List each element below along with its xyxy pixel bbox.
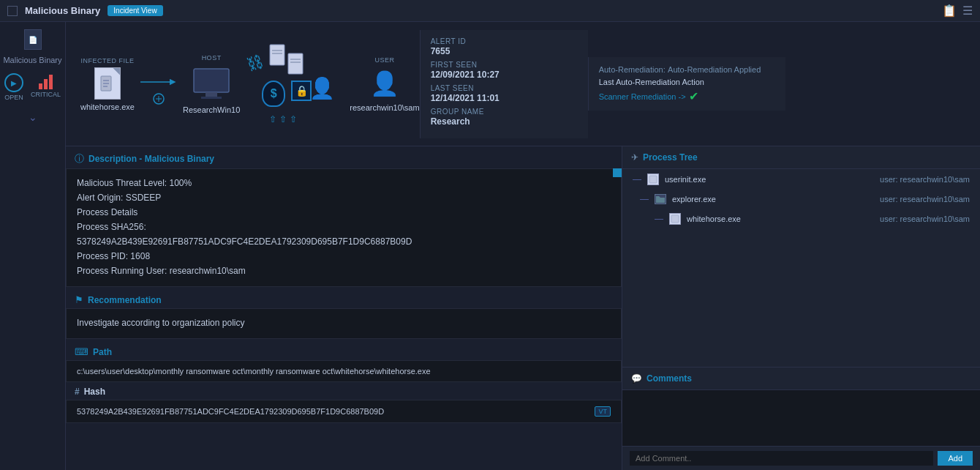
desc-line-6: Process PID: 1608 [77,250,611,263]
comments-header: 💬 Comments [622,368,980,390]
hash-header: # Hash [66,382,622,400]
process-name-explorer: explorer.exe [672,195,753,204]
group-name-value: Research [431,116,578,127]
incident-viz: INFECTED FILE whitehorse.exe [66,22,980,146]
infected-file-label: INFECTED FILE [80,57,134,64]
page-title: Malicious Binary [25,5,100,16]
desc-line-5: 5378249A2B439E92691FB87751ADC9FC4E2DEA17… [77,235,611,248]
file-icon [94,67,121,100]
critical-label: CRITICAL [31,91,61,98]
comments-section: 💬 Comments Add [622,368,980,470]
first-seen-label: FIRST SEEN [431,61,578,69]
tree-node-explorer: — explorer.exe user: researchwin10\sam [622,190,980,209]
host-node: HOST ResearchWin10 [183,54,240,114]
alert-id-value: 7655 [431,46,578,56]
process-icon-whitehorse [669,213,681,225]
host-label: HOST [202,54,222,61]
sidebar-doc-label: Malicious Binary [3,56,61,64]
clipboard-icon[interactable]: 📋 [942,4,957,18]
comments-icon: 💬 [631,373,642,384]
auto-rem-link[interactable]: Scanner Remediation -> ✔ [599,89,775,103]
first-seen-value: 12/09/2021 10:27 [431,70,578,80]
bar-chart-icon [39,73,53,89]
host-name: ResearchWin10 [183,105,240,114]
metric-open: ▶ OPEN [4,73,23,101]
process-tree-icon: ✈ [631,152,638,163]
process-name-userinit: userinit.exe [665,175,745,184]
tree-dash-3: — [655,214,663,224]
svg-rect-17 [649,176,657,183]
path-title: Path [93,347,112,357]
folder-icon-explorer [655,194,666,204]
infected-file-name: whitehorse.exe [80,102,135,111]
user-name: researchwin10\sam [350,103,419,112]
list-icon[interactable]: ☰ [962,4,973,18]
desc-line-4: Process SHA256: [77,220,611,234]
comments-title: Comments [647,373,692,384]
auto-rem-title: Auto-Remediation: Auto-Remediation Appli… [599,64,775,75]
comments-body [622,390,980,446]
tree-node-userinit: — userinit.exe user: researchwin10\sam [622,169,980,190]
path-value: c:\users\user\desktop\monthly ransomware… [66,360,622,382]
comments-input-row: Add [622,446,980,470]
group-name-label: GROUP NAME [431,108,578,116]
left-sidebar: 📄 Malicious Binary ▶ OPEN CRITICAL ⌄ [0,22,66,470]
right-panel: ✈ Process Tree — userinit.exe user: rese… [622,146,980,470]
recommendation-icon: ⚑ [75,294,83,305]
hash-symbol: # [75,387,80,397]
play-icon: ▶ [4,73,23,92]
tree-dash-2: — [640,194,649,204]
chevron-down-icon[interactable]: ⌄ [29,111,37,123]
add-comment-input[interactable] [630,451,933,466]
hash-value: 5378249A2B439E92691FB87751ADC9FC4E2DEA17… [77,407,384,416]
recommendation-header: ⚑ Recommendation [66,288,622,308]
process-user-whitehorse: user: researchwin10\sam [880,215,970,223]
sidebar-doc-icon: 📄 [24,29,42,50]
path-icon: ⌨ [75,346,88,357]
desc-line-7: Process Running User: researchwin10\sam [77,264,611,277]
hash-value-row: 5378249A2B439E92691FB87751ADC9FC4E2DEA17… [66,400,622,423]
svg-rect-14 [288,53,303,74]
infected-file-node: INFECTED FILE whitehorse.exe [80,57,135,111]
last-seen-label: LAST SEEN [431,84,578,92]
recommendation-content: Investigate according to organization po… [66,308,622,339]
path-header: ⌨ Path [66,340,622,360]
svg-rect-10 [201,97,222,99]
add-comment-button[interactable]: Add [938,451,973,466]
sidebar-doc-row: 📄 [18,29,48,50]
user-node: USER 👤 researchwin10\sam [350,56,419,112]
last-seen-value: 12/14/2021 11:01 [431,93,578,103]
auto-remediation-panel: Auto-Remediation: Auto-Remediation Appli… [588,57,785,111]
hash-title: Hash [84,387,105,397]
main-layout: 📄 Malicious Binary ▶ OPEN CRITICAL ⌄ [0,22,980,470]
process-tree-header: ✈ Process Tree [622,146,980,169]
metric-critical: CRITICAL [31,73,61,101]
vt-badge[interactable]: VT [595,406,611,417]
top-bar: Malicious Binary Incident View 📋 ☰ [0,0,980,22]
desc-line-3: Process Details [77,206,611,219]
left-content-panel: ⓘ Description - Malicious Binary Malicio… [66,146,622,470]
select-checkbox[interactable] [7,6,18,16]
sidebar-metrics: ▶ OPEN CRITICAL [0,67,67,107]
process-tree-title: Process Tree [643,152,698,163]
description-body: Malicious Threat Level: 100% Alert Origi… [66,168,622,287]
svg-rect-11 [270,45,284,65]
alert-id-label: ALERT ID [431,37,578,45]
description-header: ⓘ Description - Malicious Binary [66,146,622,168]
blue-corner-indicator [613,168,622,177]
process-tree-section: ✈ Process Tree — userinit.exe user: rese… [622,146,980,368]
content-area: ⓘ Description - Malicious Binary Malicio… [66,146,980,470]
process-name-whitehorse: whitehorse.exe [687,215,767,223]
tree-node-whitehorse: — whitehorse.exe user: researchwin10\sam [622,209,980,229]
center-area: INFECTED FILE whitehorse.exe [66,22,980,470]
incident-badge[interactable]: Incident View [108,5,162,16]
description-icon: ⓘ [75,152,84,165]
check-icon: ✔ [689,89,698,103]
recommendation-text: Investigate according to organization po… [77,316,611,329]
process-user-explorer: user: researchwin10\sam [880,195,970,204]
tree-dash-1: — [633,174,641,184]
description-title: Description - Malicious Binary [88,154,214,164]
svg-rect-9 [206,92,217,97]
scanner-remediation-link[interactable]: Scanner Remediation -> [599,92,686,101]
auto-rem-action-label: Last Auto-Remediation Action [599,78,775,86]
